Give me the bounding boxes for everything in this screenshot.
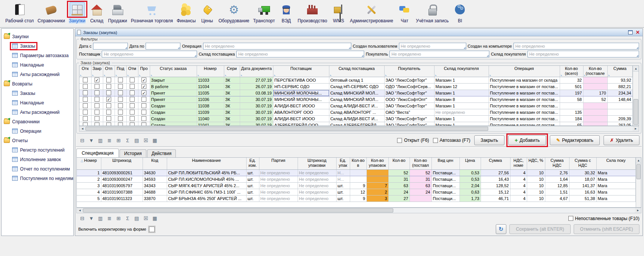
sidebar-item-directories-operations[interactable]: Операции (4, 126, 73, 136)
spec-column-vat-percent[interactable]: НДС, % (527, 158, 545, 169)
orders-check-column-3[interactable]: Под (115, 66, 126, 77)
spec-row[interactable]: 5481031901132333870СЫР БРЫНЗА 45% 250Г А… (77, 195, 636, 202)
spec-column-price[interactable]: Цена (459, 158, 481, 169)
sidebar-item-reports-receipts-register[interactable]: Регистр поступлений (4, 145, 73, 155)
row-checkbox[interactable] (118, 116, 123, 121)
sidebar-item-reports-weekly-receipts[interactable]: Поступления по неделям (4, 174, 73, 183)
checkbox-icon[interactable] (433, 138, 438, 143)
row-checkbox[interactable] (106, 116, 111, 121)
restore-window-icon[interactable] (628, 30, 633, 34)
orders-calculator-icon[interactable]: ⊞ (115, 137, 123, 144)
row-checkbox[interactable] (118, 78, 123, 82)
orders-hierarchy-icon[interactable]: ⊟ (78, 137, 86, 144)
toolbar-item-retail[interactable]: Розничная торговля (130, 2, 174, 24)
orders-columns-icon[interactable]: ▥ (96, 137, 104, 144)
spec-column-name[interactable]: Наименование (167, 158, 246, 169)
row-checkbox[interactable] (95, 97, 99, 102)
sidebar-item-reports-requests-execution[interactable]: Исполнение заявок (4, 155, 73, 164)
row-checkbox[interactable] (83, 103, 88, 108)
orders-check-column-4[interactable]: Отм (126, 66, 138, 77)
spec-column-unit[interactable]: Ед. изм. (246, 158, 259, 169)
order-row[interactable]: Создан11039ЗК30.07.19АВАЛОНТОРГ ОООСклад… (79, 109, 633, 115)
toolbar-item-desktop[interactable]: Рабочий стол (5, 2, 34, 24)
checkbox-icon[interactable] (397, 138, 402, 143)
toolbar-item-finance[interactable]: Финансы (176, 2, 196, 24)
toolbar-item-account[interactable]: Учётная запись (415, 2, 450, 24)
orders-numbered-list-icon[interactable]: ≣ (106, 137, 113, 144)
row-checkbox[interactable] (118, 97, 123, 102)
spec-row[interactable]: 2481009300024734593СЫР ПЛ.КИСЛОМОЛОЧНЫЙ … (77, 176, 636, 182)
spec-column-vat-number[interactable]: НДС, номе (510, 158, 527, 169)
orders-column-number[interactable]: Номер (197, 66, 224, 77)
row-checkbox[interactable] (106, 78, 111, 82)
scroll-right-icon[interactable]: ► (635, 208, 641, 213)
order-row[interactable]: ✓✓Закрыт11033ЗК27.07.19ПЕРСПЕКТИВА ООООп… (79, 77, 633, 83)
row-checkbox[interactable] (130, 84, 135, 89)
row-checkbox[interactable]: ✓ (141, 84, 146, 89)
row-checkbox[interactable] (95, 84, 99, 89)
toolbar-item-directories[interactable]: Справочники (37, 2, 66, 24)
orders-column-operation[interactable]: Операция (489, 66, 560, 77)
sidebar-group-purchases[interactable]: Закупки (4, 32, 73, 41)
spec-column-price-type[interactable]: Вид цен (431, 158, 459, 169)
tab-actions[interactable]: Действия (147, 149, 176, 157)
filter-operation-input[interactable] (203, 43, 351, 50)
orders-column-buyer-warehouse[interactable]: Склад покупателя (434, 66, 489, 77)
spec-calculator-icon[interactable]: ⊞ (115, 215, 123, 222)
spec-column-code[interactable]: Код (143, 158, 167, 169)
sidebar-item-purchases-discrepancy-acts[interactable]: Акты расхождений (4, 70, 73, 79)
toolbar-item-transport[interactable]: Транспорт (252, 2, 276, 24)
row-checkbox[interactable]: ✓ (141, 78, 146, 82)
order-row[interactable]: Создан11038ЗК30.07.19АЛИДИ-ВЕСТ ИОООСкла… (79, 102, 633, 109)
spec-grid-settings-icon[interactable]: ▦ (151, 215, 159, 222)
spec-column-pack-barcode[interactable]: Штрихкод упаковки (298, 158, 336, 169)
orders-column-supplier-warehouse[interactable]: Склад поставщика (329, 66, 384, 77)
spec-sum-icon[interactable]: Σ (124, 215, 132, 222)
orders-column-status[interactable]: Статус заказа (150, 66, 197, 77)
row-checkbox[interactable] (83, 116, 88, 121)
row-checkbox[interactable] (118, 90, 123, 95)
row-checkbox[interactable] (130, 90, 135, 95)
row-checkbox[interactable] (130, 78, 135, 82)
sidebar-item-returns-discrepancy-acts[interactable]: Акты расхождений (4, 107, 73, 117)
toolbar-item-equipment[interactable]: Оборудование (218, 2, 250, 24)
toolbar-item-ved[interactable]: ВЭД (278, 2, 295, 24)
row-checkbox[interactable] (118, 110, 123, 115)
autoorder-f7-checkbox[interactable]: Автозаказ (F7) (433, 138, 470, 143)
toolbar-item-chat[interactable]: Чат (396, 2, 413, 24)
spec-column-sum[interactable]: Сумма (481, 158, 510, 169)
row-checkbox[interactable] (141, 123, 146, 126)
spec-vertical-scrollbar[interactable]: ▲ (636, 158, 641, 207)
row-checkbox[interactable]: ✓ (141, 90, 146, 95)
delete-button[interactable]: ✗ Удалить (604, 135, 639, 145)
close-window-icon[interactable]: ✕ (635, 30, 641, 35)
row-checkbox[interactable] (141, 97, 146, 102)
spec-columns-icon[interactable]: ▥ (96, 215, 104, 222)
orders-horizontal-scrollbar[interactable]: ◄ ► (79, 126, 639, 132)
row-checkbox[interactable] (83, 78, 88, 82)
toolbar-item-purchases[interactable]: Закупки (68, 2, 86, 24)
row-checkbox[interactable] (95, 123, 99, 126)
spec-column-barcode[interactable]: Штрихкод (101, 158, 143, 169)
orders-vertical-scrollbar[interactable]: ▲ (633, 66, 639, 126)
close-button[interactable]: Закрыть (474, 135, 504, 145)
row-checkbox[interactable] (95, 90, 99, 95)
row-checkbox[interactable] (95, 110, 99, 115)
filter-buyer-warehouse-input[interactable] (528, 51, 639, 57)
sidebar-item-purchases-orders[interactable]: Заказы (4, 41, 73, 51)
row-checkbox[interactable] (141, 103, 146, 108)
tab-history[interactable]: История (119, 149, 146, 157)
toolbar-item-prices[interactable]: Цены (199, 2, 216, 24)
order-row[interactable]: ✓В работе11034ЗК26.07.19НП-СЕРВИС ОДОСкл… (79, 83, 633, 90)
row-checkbox[interactable] (106, 123, 111, 126)
orders-check-column-1[interactable]: Закр (91, 66, 103, 77)
row-checkbox[interactable]: ✓ (106, 97, 111, 102)
row-checkbox[interactable] (130, 123, 135, 126)
spec-column-batch[interactable]: Партия (259, 158, 298, 169)
toolbar-item-bi[interactable]: BI (452, 2, 468, 24)
scroll-left-icon[interactable]: ◄ (79, 126, 85, 131)
row-checkbox[interactable] (83, 110, 88, 115)
filter-supplier-input[interactable] (102, 51, 197, 57)
orders-check-column-2[interactable]: Отп (103, 66, 115, 77)
row-checkbox[interactable]: ✓ (95, 78, 99, 82)
